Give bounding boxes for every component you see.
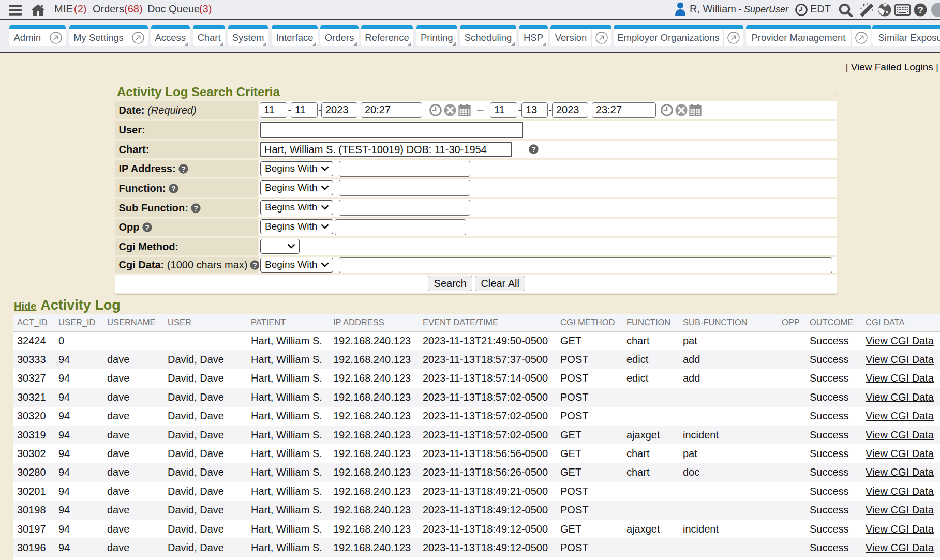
svg-text:?: ? <box>917 5 923 16</box>
svg-text:?: ? <box>145 223 150 232</box>
svg-text:?: ? <box>531 145 536 154</box>
svg-text:?: ? <box>193 204 198 212</box>
svg-text:?: ? <box>181 165 186 173</box>
svg-text:?: ? <box>253 261 258 269</box>
svg-text:?: ? <box>171 184 176 192</box>
